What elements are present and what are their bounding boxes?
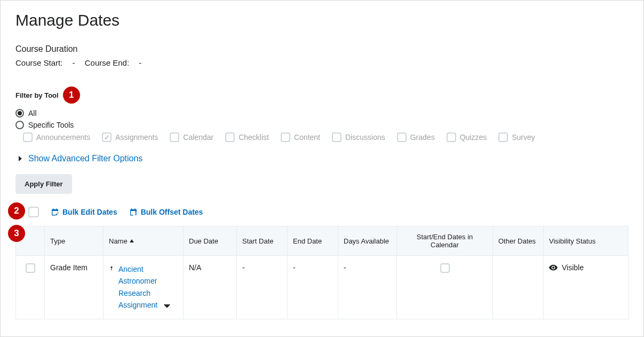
key-icon bbox=[109, 265, 114, 272]
bulk-edit-dates-label: Bulk Edit Dates bbox=[62, 208, 117, 216]
course-end-value: - bbox=[139, 58, 141, 67]
checkbox-quizzes-label: Quizzes bbox=[460, 133, 487, 142]
callout-1: 1 bbox=[63, 87, 80, 104]
radio-all[interactable] bbox=[15, 109, 24, 117]
chevron-down-icon[interactable] bbox=[164, 301, 170, 310]
apply-filter-button[interactable]: Apply Filter bbox=[15, 174, 72, 194]
column-name-label: Name bbox=[109, 237, 128, 245]
cell-other bbox=[493, 256, 544, 319]
item-name-link[interactable]: Ancient Astronomer Research Assignment bbox=[118, 265, 157, 309]
checkbox-calendar-label: Calendar bbox=[183, 133, 213, 142]
column-type[interactable]: Type bbox=[45, 226, 104, 256]
course-end-label: Course End: bbox=[85, 58, 129, 67]
column-name[interactable]: Name bbox=[104, 226, 184, 256]
radio-specific-tools-label: Specific Tools bbox=[28, 121, 74, 129]
bulk-offset-dates-label: Bulk Offset Dates bbox=[141, 208, 203, 216]
column-end-date[interactable]: End Date bbox=[288, 226, 338, 256]
checkbox-checklist-label: Checklist bbox=[238, 133, 269, 142]
tool-checkbox-group: Announcements Assignments Calendar Check… bbox=[23, 132, 629, 142]
filter-by-tool-label: Filter by Tool bbox=[15, 91, 59, 99]
table-row: Grade Item Ancient Astronomer Research A… bbox=[16, 256, 629, 319]
cell-start: - bbox=[237, 256, 288, 319]
select-all-checkbox[interactable] bbox=[28, 207, 39, 217]
eye-icon bbox=[549, 264, 558, 271]
checkbox-assignments[interactable] bbox=[102, 132, 112, 142]
checkbox-calendar[interactable] bbox=[170, 132, 179, 142]
row-checkbox[interactable] bbox=[26, 263, 35, 273]
checkbox-survey[interactable] bbox=[498, 132, 508, 142]
callout-2: 2 bbox=[8, 202, 25, 220]
cell-days: - bbox=[338, 256, 397, 319]
chevron-right-icon bbox=[19, 156, 22, 161]
cell-end: - bbox=[288, 256, 338, 319]
show-advanced-filter-toggle[interactable]: Show Advanced Filter Options bbox=[15, 154, 629, 163]
radio-all-label: All bbox=[28, 109, 37, 117]
advanced-filter-label: Show Advanced Filter Options bbox=[28, 154, 142, 163]
bulk-offset-dates-link[interactable]: Bulk Offset Dates bbox=[129, 208, 203, 216]
checkbox-announcements-label: Announcements bbox=[36, 133, 90, 142]
column-calendar[interactable]: Start/End Dates in Calendar bbox=[397, 226, 493, 256]
checkbox-grades-label: Grades bbox=[410, 133, 435, 142]
dates-table: Type Name Due Date Start Date End Date D… bbox=[15, 226, 629, 319]
cell-type: Grade Item bbox=[45, 256, 104, 319]
page-title: Manage Dates bbox=[15, 11, 629, 29]
checkbox-content[interactable] bbox=[281, 132, 290, 142]
row-calendar-checkbox[interactable] bbox=[440, 263, 450, 273]
course-duration-row: Course Start: - Course End: - bbox=[15, 58, 629, 67]
checkbox-quizzes[interactable] bbox=[447, 132, 456, 142]
checkbox-discussions-label: Discussions bbox=[345, 133, 385, 142]
column-due-date[interactable]: Due Date bbox=[184, 226, 237, 256]
course-duration-label: Course Duration bbox=[15, 44, 629, 54]
checkbox-content-label: Content bbox=[294, 133, 320, 142]
course-start-value: - bbox=[73, 58, 75, 67]
column-other-dates[interactable]: Other Dates bbox=[493, 226, 544, 256]
calendar-edit-icon bbox=[51, 208, 59, 216]
calendar-offset-icon bbox=[129, 208, 138, 216]
callout-3: 3 bbox=[8, 225, 25, 242]
column-days-available[interactable]: Days Available bbox=[338, 226, 397, 256]
radio-specific-tools[interactable] bbox=[15, 121, 24, 129]
column-start-date[interactable]: Start Date bbox=[237, 226, 288, 256]
checkbox-discussions[interactable] bbox=[332, 132, 341, 142]
checkbox-announcements[interactable] bbox=[23, 132, 33, 142]
checkbox-grades[interactable] bbox=[397, 132, 407, 142]
sort-ascending-icon bbox=[130, 239, 134, 242]
checkbox-checklist[interactable] bbox=[225, 132, 235, 142]
cell-due: N/A bbox=[184, 256, 237, 319]
visibility-label: Visible bbox=[562, 263, 584, 272]
bulk-edit-dates-link[interactable]: Bulk Edit Dates bbox=[51, 208, 117, 216]
course-start-label: Course Start: bbox=[15, 58, 62, 67]
column-visibility[interactable]: Visibility Status bbox=[544, 226, 629, 256]
checkbox-assignments-label: Assignments bbox=[115, 133, 158, 142]
checkbox-survey-label: Survey bbox=[512, 133, 535, 142]
